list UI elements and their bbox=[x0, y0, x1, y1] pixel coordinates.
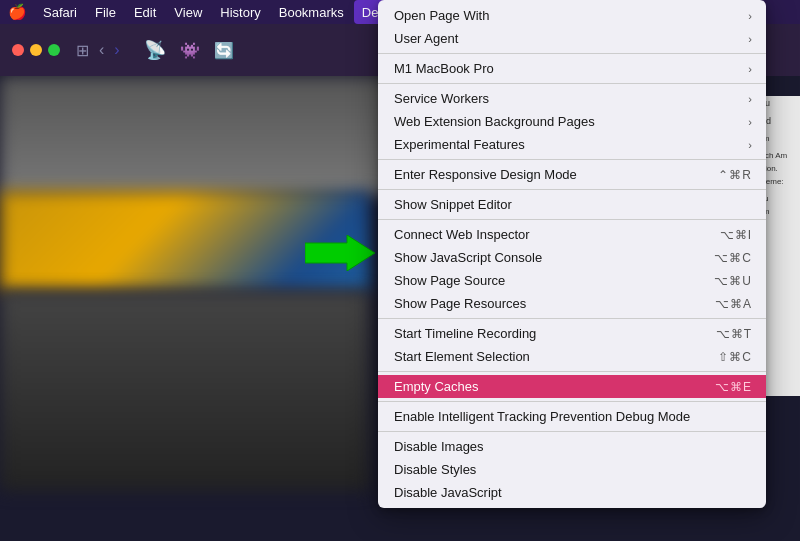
menu-item-m1-macbook-pro[interactable]: M1 MacBook Pro › bbox=[378, 57, 766, 80]
menu-item-page-resources[interactable]: Show Page Resources ⌥⌘A bbox=[378, 292, 766, 315]
menu-item-label: Show JavaScript Console bbox=[394, 250, 542, 265]
menu-item-shortcut: ⌥⌘U bbox=[714, 274, 752, 288]
menu-item-disable-images[interactable]: Disable Images bbox=[378, 435, 766, 458]
menu-separator bbox=[378, 219, 766, 220]
menu-item-label: Start Element Selection bbox=[394, 349, 530, 364]
menu-item-shortcut: ⌥⌘C bbox=[714, 251, 752, 265]
menubar-history[interactable]: History bbox=[212, 0, 268, 24]
menu-item-shortcut: ⌃⌘R bbox=[718, 168, 752, 182]
menu-item-connect-web-inspector[interactable]: Connect Web Inspector ⌥⌘I bbox=[378, 223, 766, 246]
share-icon: 🔄 bbox=[214, 41, 234, 60]
menu-separator bbox=[378, 371, 766, 372]
svg-marker-0 bbox=[305, 235, 375, 271]
page-content-top bbox=[0, 76, 420, 196]
menu-item-shortcut: ⌥⌘T bbox=[716, 327, 752, 341]
menu-item-shortcut: ⌥⌘I bbox=[720, 228, 752, 242]
menu-item-label: User Agent bbox=[394, 31, 458, 46]
menubar-view[interactable]: View bbox=[166, 0, 210, 24]
forward-icon[interactable]: › bbox=[114, 41, 119, 59]
menu-item-service-workers[interactable]: Service Workers › bbox=[378, 87, 766, 110]
menu-item-label: Disable JavaScript bbox=[394, 485, 502, 500]
menu-item-label: Show Page Source bbox=[394, 273, 505, 288]
menu-item-intelligent-tracking[interactable]: Enable Intelligent Tracking Prevention D… bbox=[378, 405, 766, 428]
menu-item-web-extension-background-pages[interactable]: Web Extension Background Pages › bbox=[378, 110, 766, 133]
menu-item-snippet-editor[interactable]: Show Snippet Editor bbox=[378, 193, 766, 216]
menu-separator bbox=[378, 431, 766, 432]
close-button[interactable] bbox=[12, 44, 24, 56]
menubar-bookmarks[interactable]: Bookmarks bbox=[271, 0, 352, 24]
menu-item-timeline-recording[interactable]: Start Timeline Recording ⌥⌘T bbox=[378, 322, 766, 345]
arrow-indicator bbox=[305, 235, 375, 275]
extensions-icon: 👾 bbox=[180, 41, 200, 60]
toolbar-icons: ⊞ ‹ › bbox=[76, 41, 120, 60]
menubar-file[interactable]: File bbox=[87, 0, 124, 24]
back-icon[interactable]: ‹ bbox=[99, 41, 104, 59]
menubar-edit[interactable]: Edit bbox=[126, 0, 164, 24]
menu-item-shortcut: ⌥⌘E bbox=[715, 380, 752, 394]
menu-separator bbox=[378, 83, 766, 84]
menu-separator bbox=[378, 159, 766, 160]
menu-separator bbox=[378, 189, 766, 190]
menu-item-experimental-features[interactable]: Experimental Features › bbox=[378, 133, 766, 156]
menubar-safari[interactable]: Safari bbox=[35, 0, 85, 24]
develop-dropdown-menu: Open Page With › User Agent › M1 MacBook… bbox=[378, 0, 766, 508]
menu-item-label: Open Page With bbox=[394, 8, 489, 23]
menu-item-label: Enter Responsive Design Mode bbox=[394, 167, 577, 182]
menu-item-disable-styles[interactable]: Disable Styles bbox=[378, 458, 766, 481]
menu-item-javascript-console[interactable]: Show JavaScript Console ⌥⌘C bbox=[378, 246, 766, 269]
menu-item-page-source[interactable]: Show Page Source ⌥⌘U bbox=[378, 269, 766, 292]
menu-separator bbox=[378, 401, 766, 402]
menu-item-shortcut: ⌥⌘A bbox=[715, 297, 752, 311]
sidebar-icon[interactable]: ⊞ bbox=[76, 41, 89, 60]
menu-item-element-selection[interactable]: Start Element Selection ⇧⌘C bbox=[378, 345, 766, 368]
apple-menu[interactable]: 🍎 bbox=[8, 3, 27, 21]
menu-item-shortcut: ⇧⌘C bbox=[718, 350, 752, 364]
menu-item-label: Show Page Resources bbox=[394, 296, 526, 311]
maximize-button[interactable] bbox=[48, 44, 60, 56]
menu-item-label: Enable Intelligent Tracking Prevention D… bbox=[394, 409, 690, 424]
menu-item-label: M1 MacBook Pro bbox=[394, 61, 494, 76]
menu-item-label: Connect Web Inspector bbox=[394, 227, 530, 242]
menu-item-open-page-with[interactable]: Open Page With › bbox=[378, 4, 766, 27]
traffic-lights bbox=[12, 44, 60, 56]
menu-item-label: Empty Caches bbox=[394, 379, 479, 394]
menu-item-label: Disable Images bbox=[394, 439, 484, 454]
minimize-button[interactable] bbox=[30, 44, 42, 56]
menu-item-disable-javascript[interactable]: Disable JavaScript bbox=[378, 481, 766, 504]
menu-item-label: Start Timeline Recording bbox=[394, 326, 536, 341]
page-content-bottom bbox=[0, 291, 370, 491]
menu-item-label: Web Extension Background Pages bbox=[394, 114, 595, 129]
menu-item-empty-caches[interactable]: Empty Caches ⌥⌘E bbox=[378, 375, 766, 398]
menu-item-user-agent[interactable]: User Agent › bbox=[378, 27, 766, 50]
rss-icon: 📡 bbox=[144, 39, 166, 61]
menu-item-label: Experimental Features bbox=[394, 137, 525, 152]
menu-item-label: Service Workers bbox=[394, 91, 489, 106]
menu-separator bbox=[378, 318, 766, 319]
menu-item-label: Disable Styles bbox=[394, 462, 476, 477]
menu-item-responsive-design-mode[interactable]: Enter Responsive Design Mode ⌃⌘R bbox=[378, 163, 766, 186]
menu-item-label: Show Snippet Editor bbox=[394, 197, 512, 212]
menu-separator bbox=[378, 53, 766, 54]
